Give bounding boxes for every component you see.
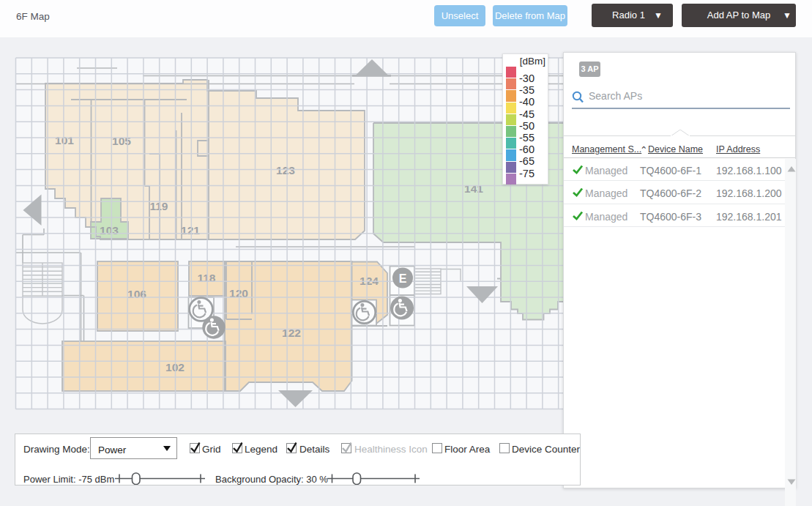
- svg-text:123: 123: [276, 164, 295, 176]
- svg-text:105: 105: [112, 135, 131, 147]
- svg-text:101: 101: [55, 134, 74, 146]
- svg-text:E: E: [399, 272, 407, 285]
- svg-text:103: 103: [100, 224, 119, 237]
- svg-text:121: 121: [181, 224, 200, 237]
- svg-text:122: 122: [282, 327, 301, 339]
- svg-text:141: 141: [464, 182, 483, 195]
- svg-text:118: 118: [197, 272, 215, 284]
